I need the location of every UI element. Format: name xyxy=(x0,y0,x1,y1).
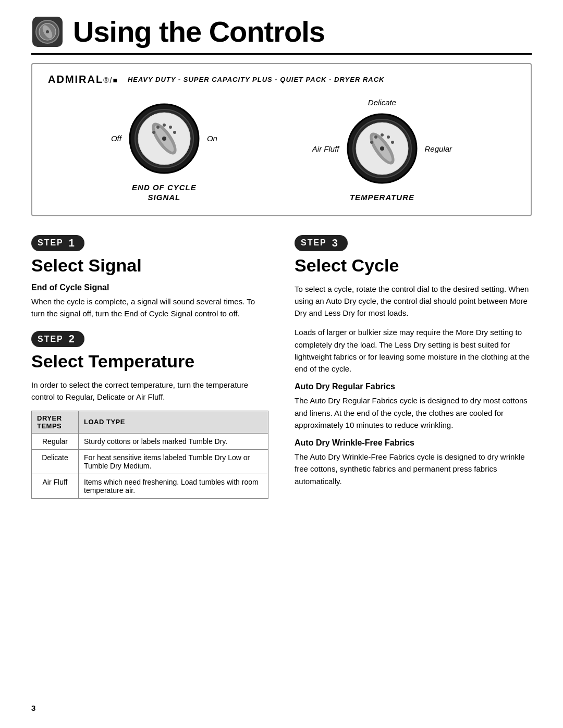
table-row: Air FluffItems which need freshening. Lo… xyxy=(32,474,268,498)
table-row: RegularSturdy cottons or labels marked T… xyxy=(32,433,268,449)
brand-subtitle: HEAVY DUTY - SUPER CAPACITY PLUS - QUIET… xyxy=(128,76,385,83)
step3-body2: Loads of larger or bulkier size may requ… xyxy=(295,326,532,375)
step2-title: Select Temperature xyxy=(31,351,268,372)
page-title: Using the Controls xyxy=(73,17,325,46)
step1-title: Select Signal xyxy=(31,255,268,276)
page-number: 3 xyxy=(31,704,35,712)
dial2-caption: TEMPERATURE xyxy=(350,192,414,203)
steps-row: STEP 1 Select Signal End of Cycle Signal… xyxy=(31,235,532,510)
table-cell-load: Items which need freshening. Load tumble… xyxy=(79,474,268,498)
dial1-label-on: On xyxy=(207,134,217,143)
dial2-container: Delicate Air Fluff xyxy=(312,98,452,203)
svg-point-4 xyxy=(46,30,49,33)
table-col1-header: DRYER TEMPS xyxy=(32,411,79,433)
brand-logo: ADMIRAL®/■ xyxy=(48,73,118,85)
svg-point-12 xyxy=(163,124,166,127)
svg-point-15 xyxy=(162,137,166,141)
dial2-svg xyxy=(346,112,419,185)
step1-badge-row: STEP 1 xyxy=(31,235,268,251)
page-header: Using the Controls xyxy=(31,16,532,48)
svg-point-24 xyxy=(387,135,390,139)
step1-badge-num: 1 xyxy=(69,237,75,249)
dial2-label-regular: Regular xyxy=(425,144,452,153)
step2-badge-word: STEP xyxy=(38,335,64,344)
dryer-icon xyxy=(31,16,64,48)
svg-point-23 xyxy=(381,133,384,137)
step3-title: Select Cycle xyxy=(295,255,532,276)
table-cell-load: For heat sensitive items labeled Tumble … xyxy=(79,449,268,474)
left-col: STEP 1 Select Signal End of Cycle Signal… xyxy=(31,235,268,510)
table-row: DelicateFor heat sensitive items labeled… xyxy=(32,449,268,474)
dial2-label-airfluff: Air Fluff xyxy=(312,144,339,153)
step1-subtitle: End of Cycle Signal xyxy=(31,283,268,292)
step3-section1-title: Auto Dry Regular Fabrics xyxy=(295,382,532,391)
step3-body1: To select a cycle, rotate the control di… xyxy=(295,283,532,319)
step3-badge: STEP 3 xyxy=(295,235,348,251)
dryer-table: DRYER TEMPS LOAD TYPE RegularSturdy cott… xyxy=(31,411,268,499)
table-col2-header: LOAD TYPE xyxy=(79,411,268,433)
dial1-svg xyxy=(128,102,201,175)
svg-point-11 xyxy=(156,126,160,129)
svg-point-25 xyxy=(391,141,394,144)
dial1-container: Off xyxy=(111,102,217,203)
dial1-caption: END OF CYCLE SIGNAL xyxy=(132,182,197,203)
dial1-label-off: Off xyxy=(111,134,121,143)
step3-section2-body: The Auto Dry Wrinkle-Free Fabrics cycle … xyxy=(295,451,532,487)
svg-point-26 xyxy=(380,146,384,151)
step1-badge-word: STEP xyxy=(38,238,64,248)
step1-section: STEP 1 Select Signal End of Cycle Signal… xyxy=(31,235,268,320)
dials-row: Off xyxy=(48,98,515,203)
step3-section2-title: Auto Dry Wrinkle-Free Fabrics xyxy=(295,438,532,448)
step3-badge-num: 3 xyxy=(332,237,338,249)
step2-badge-row: STEP 2 xyxy=(31,331,268,347)
step3-badge-word: STEP xyxy=(301,238,327,248)
step1-badge: STEP 1 xyxy=(31,235,84,251)
step2-badge: STEP 2 xyxy=(31,331,84,347)
step3-badge-row: STEP 3 xyxy=(295,235,532,251)
table-cell-load: Sturdy cottons or labels marked Tumble D… xyxy=(79,433,268,449)
header-divider xyxy=(31,53,532,55)
control-panel-box: ADMIRAL®/■ HEAVY DUTY - SUPER CAPACITY P… xyxy=(31,63,532,216)
table-cell-temp: Regular xyxy=(32,433,79,449)
step3-section: STEP 3 Select Cycle To select a cycle, r… xyxy=(295,235,532,487)
table-cell-temp: Delicate xyxy=(32,449,79,474)
right-col: STEP 3 Select Cycle To select a cycle, r… xyxy=(295,235,532,510)
step2-section: STEP 2 Select Temperature In order to se… xyxy=(31,331,268,499)
svg-point-10 xyxy=(152,131,155,134)
svg-point-22 xyxy=(374,135,377,139)
step2-badge-num: 2 xyxy=(69,333,75,345)
step1-body: When the cycle is complete, a signal wil… xyxy=(31,295,268,320)
step3-section1-body: The Auto Dry Regular Fabrics cycle is de… xyxy=(295,394,532,431)
svg-point-21 xyxy=(370,141,373,144)
dial2-labels: Air Fluff xyxy=(312,112,452,185)
dial2-label-delicate: Delicate xyxy=(368,98,396,107)
brand-row: ADMIRAL®/■ HEAVY DUTY - SUPER CAPACITY P… xyxy=(48,73,515,85)
svg-point-13 xyxy=(169,126,172,129)
svg-point-14 xyxy=(173,131,176,134)
table-cell-temp: Air Fluff xyxy=(32,474,79,498)
dial1-labels: Off xyxy=(111,102,217,175)
step2-body: In order to select the correct temperatu… xyxy=(31,379,268,403)
